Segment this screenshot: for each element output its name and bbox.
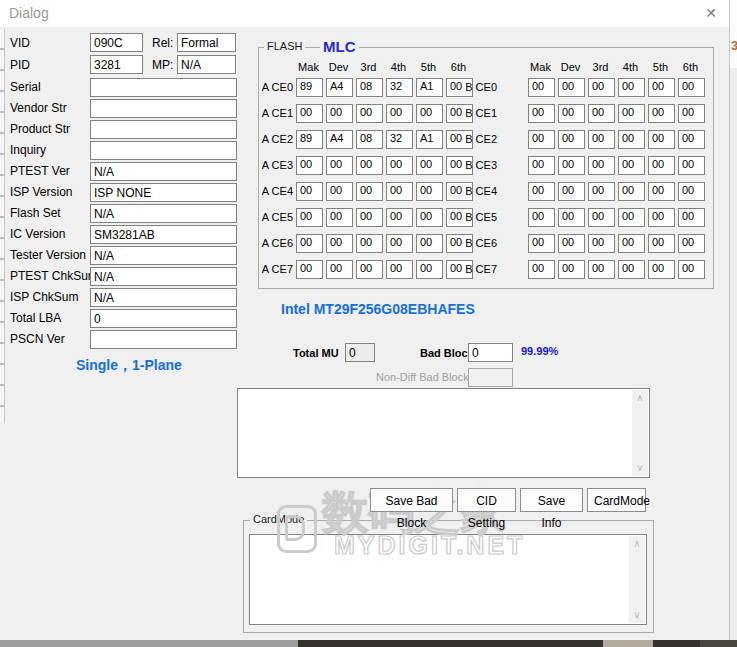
- flash-cell[interactable]: 00: [356, 260, 383, 279]
- flash-cell[interactable]: 00: [678, 260, 705, 279]
- flash-cell[interactable]: 00: [296, 156, 323, 175]
- flash-cell[interactable]: 00: [528, 208, 555, 227]
- flash-cell[interactable]: 00: [558, 78, 585, 97]
- flash-cell[interactable]: 00: [618, 78, 645, 97]
- flash-cell[interactable]: 00: [678, 182, 705, 201]
- flash-cell[interactable]: 00: [528, 130, 555, 149]
- cardmode-scrollbar[interactable]: ∧ ∨: [629, 536, 645, 623]
- flash-cell[interactable]: 00: [678, 104, 705, 123]
- flash-cell[interactable]: 00: [386, 104, 413, 123]
- flash-cell[interactable]: 00: [326, 156, 353, 175]
- close-icon[interactable]: ✕: [700, 3, 722, 23]
- flash-cell[interactable]: A4: [326, 78, 353, 97]
- flash-cell[interactable]: 00: [386, 182, 413, 201]
- flash-cell[interactable]: 00: [528, 78, 555, 97]
- flash-cell[interactable]: 00: [558, 104, 585, 123]
- flash-cell[interactable]: 00: [588, 260, 615, 279]
- form-field-total-lba[interactable]: [90, 309, 237, 328]
- flash-cell[interactable]: 00: [386, 208, 413, 227]
- flash-cell[interactable]: 00: [588, 208, 615, 227]
- flash-cell[interactable]: 00: [528, 234, 555, 253]
- flash-cell[interactable]: 00: [618, 104, 645, 123]
- flash-cell[interactable]: 00: [528, 260, 555, 279]
- form-field-serial[interactable]: [90, 78, 237, 97]
- pid-field[interactable]: [90, 55, 143, 74]
- flash-cell[interactable]: 00: [356, 208, 383, 227]
- flash-cell[interactable]: 00: [678, 78, 705, 97]
- flash-cell[interactable]: 00: [648, 78, 675, 97]
- flash-cell[interactable]: 89: [296, 78, 323, 97]
- flash-cell[interactable]: 00: [588, 182, 615, 201]
- form-field-ptest-chksum[interactable]: [90, 267, 237, 286]
- flash-cell[interactable]: 00: [296, 208, 323, 227]
- form-field-inquiry[interactable]: [90, 141, 237, 160]
- flash-cell[interactable]: 00: [678, 130, 705, 149]
- flash-cell[interactable]: 00: [296, 260, 323, 279]
- flash-cell[interactable]: 00: [558, 234, 585, 253]
- flash-cell[interactable]: A4: [326, 130, 353, 149]
- flash-cell[interactable]: 00: [296, 104, 323, 123]
- flash-cell[interactable]: 00: [416, 208, 443, 227]
- flash-cell[interactable]: 00: [356, 182, 383, 201]
- flash-cell[interactable]: 00: [558, 130, 585, 149]
- flash-cell[interactable]: 00: [326, 208, 353, 227]
- save-bad-block-button[interactable]: Save Bad Block: [370, 488, 453, 512]
- vid-field[interactable]: [90, 33, 143, 52]
- form-field-flash-set[interactable]: [90, 204, 237, 223]
- flash-cell[interactable]: 00: [588, 130, 615, 149]
- flash-cell[interactable]: 00: [648, 156, 675, 175]
- mp-field[interactable]: [177, 55, 236, 74]
- scroll-up-icon[interactable]: ∧: [632, 390, 648, 406]
- flash-cell[interactable]: 00: [588, 234, 615, 253]
- form-field-product-str[interactable]: [90, 120, 237, 139]
- flash-cell[interactable]: A1: [416, 130, 443, 149]
- flash-cell[interactable]: 00: [528, 182, 555, 201]
- rel-field[interactable]: [177, 33, 236, 52]
- form-field-isp-chksum[interactable]: [90, 288, 237, 307]
- flash-cell[interactable]: 00: [618, 156, 645, 175]
- flash-cell[interactable]: 00: [296, 182, 323, 201]
- flash-cell[interactable]: 08: [356, 78, 383, 97]
- flash-cell[interactable]: 00: [326, 104, 353, 123]
- flash-cell[interactable]: 00: [648, 260, 675, 279]
- cardmode-button[interactable]: CardMode: [587, 488, 646, 512]
- flash-cell[interactable]: 00: [386, 156, 413, 175]
- flash-cell[interactable]: 00: [618, 208, 645, 227]
- flash-cell[interactable]: 00: [356, 156, 383, 175]
- flash-cell[interactable]: 00: [618, 130, 645, 149]
- total-mu-field[interactable]: [345, 343, 375, 362]
- flash-cell[interactable]: 00: [648, 104, 675, 123]
- scroll-down-icon[interactable]: ∨: [629, 607, 645, 623]
- flash-cell[interactable]: 00: [618, 182, 645, 201]
- flash-cell[interactable]: 00: [416, 104, 443, 123]
- form-field-pscn-ver[interactable]: [90, 330, 237, 349]
- flash-cell[interactable]: 32: [386, 78, 413, 97]
- scroll-up-icon[interactable]: ∧: [629, 536, 645, 552]
- flash-cell[interactable]: 00: [356, 104, 383, 123]
- flash-cell[interactable]: 32: [386, 130, 413, 149]
- flash-cell[interactable]: 00: [588, 104, 615, 123]
- cardmode-textbox[interactable]: ∧ ∨: [249, 534, 647, 625]
- flash-cell[interactable]: 00: [528, 104, 555, 123]
- flash-cell[interactable]: 00: [678, 208, 705, 227]
- flash-cell[interactable]: 00: [678, 156, 705, 175]
- flash-cell[interactable]: 00: [356, 234, 383, 253]
- flash-cell[interactable]: 08: [356, 130, 383, 149]
- flash-cell[interactable]: 89: [296, 130, 323, 149]
- form-field-tester-version[interactable]: [90, 246, 237, 265]
- flash-cell[interactable]: 00: [558, 260, 585, 279]
- save-info-button[interactable]: Save Info: [520, 488, 583, 512]
- flash-cell[interactable]: 00: [618, 234, 645, 253]
- flash-cell[interactable]: 00: [416, 234, 443, 253]
- flash-cell[interactable]: 00: [386, 260, 413, 279]
- flash-cell[interactable]: 00: [386, 234, 413, 253]
- form-field-ic-version[interactable]: [90, 225, 237, 244]
- form-field-isp-version[interactable]: [90, 183, 237, 202]
- flash-cell[interactable]: 00: [618, 260, 645, 279]
- flash-cell[interactable]: 00: [588, 156, 615, 175]
- flash-cell[interactable]: 00: [416, 182, 443, 201]
- flash-cell[interactable]: 00: [416, 156, 443, 175]
- cid-setting-button[interactable]: CID Setting: [457, 488, 516, 512]
- bad-block-field[interactable]: [468, 343, 513, 362]
- flash-cell[interactable]: 00: [296, 234, 323, 253]
